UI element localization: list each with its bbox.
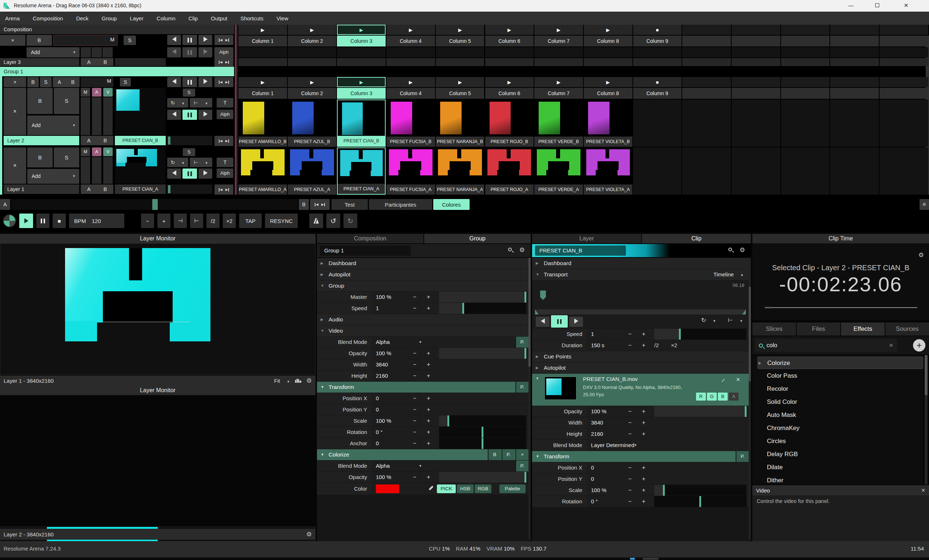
param-opacity[interactable]: Opacity100 %−+	[532, 406, 749, 417]
empty-clip-cell[interactable]	[682, 47, 731, 57]
group-column-trigger-4[interactable]: ▶	[386, 77, 435, 87]
next-button[interactable]	[198, 168, 212, 179]
menu-composition[interactable]: Composition	[33, 15, 63, 21]
increment-button[interactable]: +	[425, 393, 432, 404]
param-rotation[interactable]: ▶Rotation0 °−+	[532, 496, 749, 507]
group-master-field[interactable]: M	[81, 77, 113, 87]
clip-cell[interactable]: PRESET FUCSIA_A	[386, 147, 435, 195]
comp-column-label-12[interactable]	[781, 35, 830, 46]
section-autopilot[interactable]: ▶Autopilot	[532, 363, 749, 373]
clip-solo-button[interactable]: S	[183, 148, 195, 156]
comp-column-label-9[interactable]: Column 9	[633, 35, 682, 46]
group-ab-buttons[interactable]: AB	[53, 77, 80, 87]
layer-bypass-button[interactable]: B	[27, 88, 53, 114]
clip-cell[interactable]	[781, 99, 830, 147]
metronome-button[interactable]	[309, 214, 323, 228]
clip-cell[interactable]	[880, 99, 928, 147]
skip-start-icon[interactable]: ◀	[219, 80, 222, 84]
param-speed[interactable]: Speed1−+	[317, 303, 529, 314]
group-column-label-9[interactable]: Column 9	[633, 88, 682, 99]
param-slider-track[interactable]	[439, 415, 526, 426]
bpm-double-button[interactable]: ×2	[223, 214, 236, 228]
empty-clip-cell[interactable]	[386, 47, 435, 57]
decrement-button[interactable]: −	[411, 438, 419, 449]
layer3-label[interactable]: Layer 3	[0, 58, 79, 66]
param-slider-track[interactable]	[439, 427, 526, 438]
group-solo-small-button[interactable]: S	[120, 78, 131, 86]
decrement-button[interactable]: −	[411, 393, 419, 404]
clip-cell[interactable]	[732, 147, 780, 195]
empty-clip-cell[interactable]	[534, 47, 583, 57]
param-master[interactable]: Master100 %−+	[317, 292, 529, 303]
pause-button[interactable]	[182, 47, 197, 57]
scale-button[interactable]: ×2	[671, 340, 677, 351]
group-column-trigger-13[interactable]	[830, 77, 879, 87]
group-panel-scrollbar[interactable]	[529, 258, 530, 540]
clip-timeline[interactable]: 06.18↻ ▼⊢ ▼	[532, 280, 749, 328]
deck-menu-button[interactable]: ≡	[920, 199, 929, 210]
clip-cell[interactable]	[732, 99, 780, 147]
param-slider-track[interactable]	[654, 485, 747, 496]
clip-cell[interactable]	[682, 147, 731, 195]
section-video[interactable]: ▼Video	[317, 325, 529, 336]
param-value[interactable]: 0	[376, 393, 379, 404]
composition-pie-icon[interactable]	[3, 214, 16, 227]
monitor-2-settings-icon[interactable]: ⚙	[307, 531, 312, 538]
param-value[interactable]: 2160	[591, 428, 603, 439]
param-slider-track[interactable]	[439, 472, 526, 483]
clip-cell[interactable]: PRESET VERDE_A	[534, 147, 583, 195]
group-column-label-4[interactable]: Column 4	[386, 88, 435, 99]
param-value[interactable]: 2160	[376, 370, 388, 381]
param-scale[interactable]: ▶Scale100 %−+	[532, 485, 749, 496]
mav-fader-track[interactable]	[103, 157, 113, 184]
a-button[interactable]: A	[87, 58, 90, 66]
maximize-button[interactable]	[869, 0, 885, 12]
group-column-trigger-9[interactable]: ■	[633, 77, 682, 87]
layer-bypass-button[interactable]: B	[27, 147, 53, 167]
empty-clip-cell[interactable]	[880, 47, 928, 57]
menu-output[interactable]: Output	[211, 15, 227, 21]
comp-cell-3[interactable]	[103, 47, 113, 57]
param-position-y[interactable]: Position Y0−+	[532, 474, 749, 485]
next-button[interactable]	[198, 35, 212, 45]
layer-blend-dropdown[interactable]: Add▼	[27, 169, 79, 184]
decrement-button[interactable]: −	[411, 472, 419, 483]
decrement-button[interactable]: −	[626, 417, 634, 428]
comp-column-trigger-6[interactable]: ▶	[485, 25, 534, 35]
param-animation-button[interactable]: P.	[515, 382, 529, 393]
param-value[interactable]: 0	[376, 404, 379, 415]
clip-cell[interactable]: PRESET VIOLETA_A	[584, 147, 632, 195]
comp-column-label-6[interactable]: Column 6	[485, 35, 534, 46]
effect-header-transform[interactable]: ▼TransformP.	[532, 451, 749, 462]
decrement-button[interactable]: −	[411, 427, 419, 438]
param-animation-button[interactable]: P.	[501, 449, 515, 460]
slider-thumb[interactable]	[481, 438, 483, 449]
nudge-up-button[interactable]: ⊢	[190, 214, 203, 228]
channel-g-toggle[interactable]: G	[707, 393, 717, 401]
menu-deck[interactable]: Deck	[76, 15, 88, 21]
param-value[interactable]: 100 %	[376, 472, 391, 483]
play-button[interactable]	[19, 214, 33, 228]
effect-item-colorize[interactable]: ▶Colorize	[757, 357, 923, 369]
layer-skip-buttons[interactable]: ◀▶	[215, 185, 233, 195]
layer-name[interactable]: Layer 1	[4, 185, 79, 194]
group1-banner[interactable]: Group 1	[0, 67, 234, 76]
clip-cell[interactable]	[880, 147, 928, 195]
pause-button[interactable]	[182, 35, 197, 45]
menu-layer[interactable]: Layer	[130, 15, 144, 21]
prev-button[interactable]	[167, 77, 181, 87]
active-clip-name[interactable]: PRESET CIAN_B	[115, 136, 166, 145]
clip-cell[interactable]	[830, 147, 879, 195]
param-position-y[interactable]: Position Y0−+	[317, 404, 529, 415]
comp-column-trigger-1[interactable]: ▶	[238, 25, 287, 35]
group-column-trigger-10[interactable]	[682, 77, 731, 87]
layer-name[interactable]: Layer 2	[4, 136, 79, 145]
comp-column-trigger-13[interactable]	[830, 25, 879, 35]
audio-toggle[interactable]: A	[92, 88, 101, 96]
audio-toggle[interactable]: A	[92, 147, 101, 156]
layer-transition-time-button[interactable]: T	[217, 98, 233, 107]
section-autopilot[interactable]: ▶Autopilot	[317, 269, 529, 280]
increment-button[interactable]: +	[425, 404, 432, 415]
empty-clip-cell[interactable]	[436, 47, 484, 57]
prev-button[interactable]	[167, 47, 181, 57]
